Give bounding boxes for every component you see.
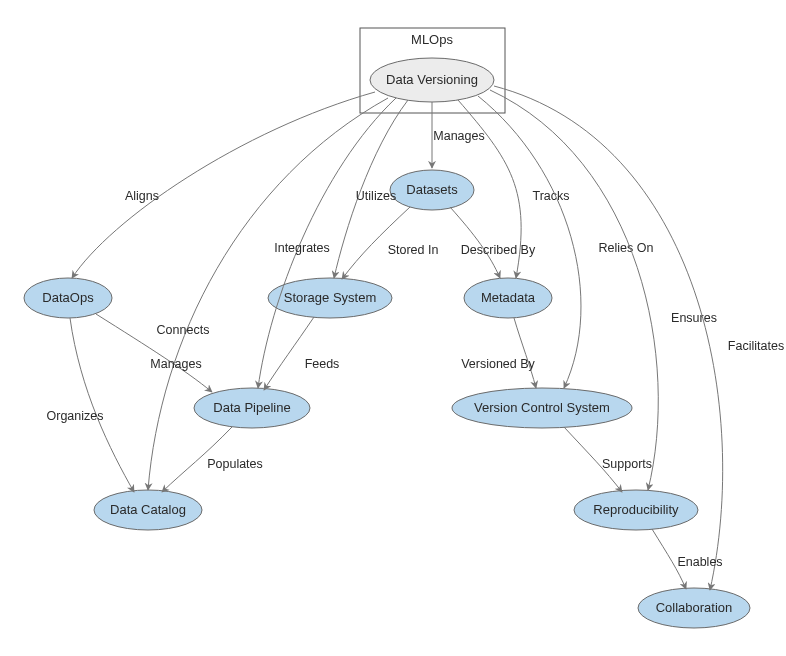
svg-text:Ensures: Ensures (671, 311, 717, 325)
node-collaboration: Collaboration (638, 588, 750, 628)
svg-text:Data Catalog: Data Catalog (110, 502, 186, 517)
svg-text:Populates: Populates (207, 457, 263, 471)
edge-versioned-by (514, 318, 536, 388)
diagram-canvas: MLOps Data Versioning Datasets DataOps S… (0, 0, 786, 656)
svg-text:Aligns: Aligns (125, 189, 159, 203)
node-data-versioning: Data Versioning (370, 58, 494, 102)
node-data-pipeline: Data Pipeline (194, 388, 310, 428)
svg-text:Integrates: Integrates (274, 241, 330, 255)
svg-text:Stored In: Stored In (388, 243, 439, 257)
svg-text:Described By: Described By (461, 243, 536, 257)
node-metadata: Metadata (464, 278, 552, 318)
node-datasets: Datasets (390, 170, 474, 210)
svg-text:Metadata: Metadata (481, 290, 536, 305)
svg-text:Connects: Connects (157, 323, 210, 337)
svg-text:DataOps: DataOps (42, 290, 94, 305)
svg-text:Manages: Manages (433, 129, 484, 143)
cluster-mlops-label: MLOps (411, 32, 453, 47)
edge-relies-on (478, 96, 581, 388)
edge-organizes (70, 318, 134, 492)
svg-text:Supports: Supports (602, 457, 652, 471)
node-version-control-system: Version Control System (452, 388, 632, 428)
svg-text:Versioned By: Versioned By (461, 357, 535, 371)
svg-text:Storage System: Storage System (284, 290, 377, 305)
svg-text:Organizes: Organizes (47, 409, 104, 423)
svg-text:Enables: Enables (677, 555, 722, 569)
svg-text:Datasets: Datasets (406, 182, 458, 197)
node-data-catalog: Data Catalog (94, 490, 202, 530)
node-storage-system: Storage System (268, 278, 392, 318)
node-dataops: DataOps (24, 278, 112, 318)
svg-text:Collaboration: Collaboration (656, 600, 733, 615)
svg-text:Facilitates: Facilitates (728, 339, 784, 353)
svg-text:Tracks: Tracks (532, 189, 569, 203)
svg-text:Data Versioning: Data Versioning (386, 72, 478, 87)
svg-text:Version Control System: Version Control System (474, 400, 610, 415)
edge-feeds (264, 317, 314, 390)
svg-text:Relies On: Relies On (599, 241, 654, 255)
svg-text:Reproducibility: Reproducibility (593, 502, 679, 517)
node-reproducibility: Reproducibility (574, 490, 698, 530)
svg-text:Manages: Manages (150, 357, 201, 371)
svg-text:Utilizes: Utilizes (356, 189, 396, 203)
svg-text:Feeds: Feeds (305, 357, 340, 371)
svg-text:Data Pipeline: Data Pipeline (213, 400, 290, 415)
